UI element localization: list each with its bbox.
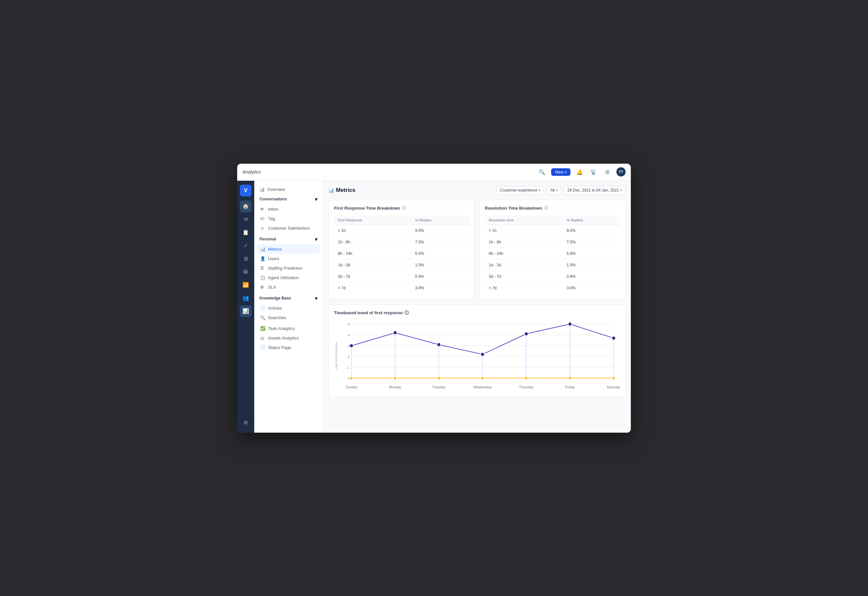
reports-icon[interactable]: 📋 bbox=[240, 227, 252, 239]
svg-point-26 bbox=[612, 336, 616, 340]
sidebar-item-sla[interactable]: ⚙ SLA bbox=[257, 282, 320, 292]
main-content: 📊 Metrics Customer experience ▾ All ▾ 29… bbox=[323, 181, 631, 433]
tasks-icon[interactable]: ✓ bbox=[240, 240, 252, 252]
svg-text:Friday: Friday bbox=[565, 385, 575, 389]
svg-text:4: 4 bbox=[348, 333, 350, 336]
all-filter[interactable]: All ▾ bbox=[546, 186, 561, 195]
sidebar-item-inbox[interactable]: ✉ Inbox bbox=[257, 204, 320, 214]
chevron-down-icon: ▾ bbox=[565, 170, 567, 174]
sidebar-item-task-analytics[interactable]: ✅ Task Analytics bbox=[257, 324, 320, 333]
table-row: < 1h9.0% bbox=[334, 225, 469, 236]
svg-text:Wednesday: Wednesday bbox=[473, 385, 492, 389]
svg-point-28 bbox=[350, 376, 353, 379]
first-response-card: First Response Time Breakdown ⓘ First Re… bbox=[328, 200, 475, 299]
sidebar-item-users[interactable]: 👤 Users bbox=[257, 254, 320, 263]
grid-icon[interactable]: ⊞ bbox=[602, 167, 612, 177]
tag-icon: 🏷 bbox=[260, 216, 266, 221]
svg-point-33 bbox=[568, 376, 572, 379]
first-response-table: First Response % Replies < 1h9.0%1h - 8h… bbox=[334, 215, 469, 294]
sidebar-item-csat[interactable]: ☺ Customer Satisfaction bbox=[257, 223, 320, 233]
table-row: 1h - 8h7.0% bbox=[334, 236, 469, 248]
task-analytics-icon: ✅ bbox=[260, 326, 266, 331]
first-response-title: First Response Time Breakdown ⓘ bbox=[334, 205, 469, 211]
other-section: ✅ Task Analytics 🗂 Assets Analytics 📄 St… bbox=[254, 324, 323, 352]
chevron-down-icon: ▾ bbox=[315, 295, 317, 301]
left-rail: V 🏠 ✉ 📋 ✓ ⊞ 🏛 📶 👥 📊 ⚙ bbox=[237, 181, 254, 433]
settings-icon[interactable]: ⚙ bbox=[240, 417, 252, 429]
notifications-icon[interactable]: 🔔 bbox=[575, 167, 584, 177]
svg-text:1: 1 bbox=[348, 366, 349, 369]
app-window: Analytics 🔍 New ▾ 🔔 📡 ⊞ TT V 🏠 ✉ 📋 ✓ ⊞ 🏛… bbox=[237, 164, 631, 433]
chevron-down-icon: ▾ bbox=[315, 236, 317, 242]
sidebar-item-staffing[interactable]: 🗓 Staffing Prediction bbox=[257, 263, 320, 273]
svg-point-34 bbox=[612, 376, 616, 379]
agent-util-icon: 📋 bbox=[260, 275, 266, 280]
wifi-icon[interactable]: 📶 bbox=[240, 279, 252, 291]
sidebar-item-tag[interactable]: 🏷 Tag bbox=[257, 214, 320, 223]
svg-text:0: 0 bbox=[348, 376, 349, 380]
conversations-header[interactable]: Conversations ▾ bbox=[257, 194, 320, 204]
personal-header[interactable]: Personal ▾ bbox=[257, 234, 320, 244]
table-row: 1d - 3d1.0% bbox=[334, 259, 469, 271]
avatar[interactable]: TT bbox=[616, 167, 626, 177]
personal-section: Personal ▾ 📊 Metrics 👤 Users 🗓 Staffing … bbox=[254, 234, 323, 292]
table-row: < 1h9.0% bbox=[485, 225, 620, 236]
metrics-icon: 📊 bbox=[260, 247, 266, 252]
content-header: 📊 Metrics Customer experience ▾ All ▾ 29… bbox=[328, 186, 626, 195]
contacts-icon[interactable]: 👥 bbox=[240, 292, 252, 304]
table-row: 8h - 24h5.0% bbox=[485, 248, 620, 259]
svg-point-18 bbox=[437, 342, 441, 347]
experience-filter[interactable]: Customer experience ▾ bbox=[496, 186, 544, 195]
sidebar-item-agent-util[interactable]: 📋 Agent Utilization bbox=[257, 273, 320, 282]
chevron-down-icon: ▾ bbox=[315, 196, 317, 202]
bank-icon[interactable]: 🏛 bbox=[240, 266, 252, 278]
new-button[interactable]: New ▾ bbox=[551, 168, 570, 176]
svg-point-31 bbox=[481, 376, 484, 379]
sidebar-item-assets-analytics[interactable]: 🗂 Assets Analytics bbox=[257, 333, 320, 343]
topbar: Analytics 🔍 New ▾ 🔔 📡 ⊞ TT bbox=[237, 164, 631, 181]
users-icon: 👤 bbox=[260, 256, 266, 261]
sidebar-item-searches[interactable]: 🔍 Searches bbox=[257, 313, 320, 322]
csat-icon: ☺ bbox=[260, 226, 266, 230]
chevron-down-icon: ▾ bbox=[620, 188, 622, 192]
logo-icon[interactable]: V bbox=[240, 185, 252, 196]
svg-text:Saturday: Saturday bbox=[607, 385, 620, 389]
inbox-icon[interactable]: ✉ bbox=[240, 214, 252, 225]
svg-text:5: 5 bbox=[348, 322, 349, 326]
staffing-icon: 🗓 bbox=[260, 266, 266, 271]
home-icon[interactable]: 🏠 bbox=[240, 201, 252, 212]
sidebar-item-overview[interactable]: 📊 Overview bbox=[254, 185, 323, 194]
table-row: > 7d3.0% bbox=[334, 282, 469, 294]
analytics-icon[interactable]: 📊 bbox=[240, 305, 252, 317]
svg-point-14 bbox=[349, 344, 353, 348]
table-row: 8h - 24h5.0% bbox=[334, 248, 469, 259]
resolution-time-table: Resolution time % Replies < 1h9.0%1h - 8… bbox=[485, 215, 620, 294]
search-icon[interactable]: 🔍 bbox=[537, 167, 546, 177]
table-row: 3d - 7d0.9% bbox=[334, 271, 469, 282]
table-row: > 7d3.0% bbox=[485, 282, 620, 294]
resolution-time-card: Resolution Time Breakdown ⓘ Resolution t… bbox=[479, 200, 626, 299]
kb-header[interactable]: Knowledge Base ▾ bbox=[257, 293, 320, 303]
sidebar-item-metrics[interactable]: 📊 Metrics bbox=[257, 244, 320, 254]
resolution-time-title: Resolution Time Breakdown ⓘ bbox=[485, 205, 620, 211]
overview-icon: 📊 bbox=[260, 187, 265, 192]
layers-icon[interactable]: ⊞ bbox=[240, 253, 252, 265]
chevron-down-icon: ▾ bbox=[556, 188, 558, 192]
date-range-filter[interactable]: 29 Dec, 2021 to 04 Jan, 2021 ▾ bbox=[564, 186, 626, 195]
content-title: 📊 Metrics bbox=[328, 187, 356, 193]
articles-icon: 📄 bbox=[260, 306, 266, 311]
svg-text:Tuesday: Tuesday bbox=[433, 385, 446, 389]
table-row: 1d - 3d1.0% bbox=[485, 259, 620, 271]
info-icon: ⓘ bbox=[402, 205, 406, 211]
metrics-title-icon: 📊 bbox=[328, 187, 334, 193]
chart-area: 012345Avg First ResponseSundayMondayTues… bbox=[334, 320, 620, 392]
sidebar: 📊 Overview Conversations ▾ ✉ Inbox 🏷 Tag bbox=[254, 181, 323, 433]
sidebar-item-status-page[interactable]: 📄 Status Page bbox=[257, 343, 320, 352]
sidebar-item-articles[interactable]: 📄 Articles bbox=[257, 303, 320, 313]
conversations-section: Conversations ▾ ✉ Inbox 🏷 Tag ☺ Customer… bbox=[254, 194, 323, 233]
sla-icon: ⚙ bbox=[260, 285, 266, 290]
activity-icon[interactable]: 📡 bbox=[589, 167, 598, 177]
searches-icon: 🔍 bbox=[260, 315, 266, 320]
svg-point-29 bbox=[394, 376, 397, 379]
svg-text:2: 2 bbox=[348, 355, 349, 358]
